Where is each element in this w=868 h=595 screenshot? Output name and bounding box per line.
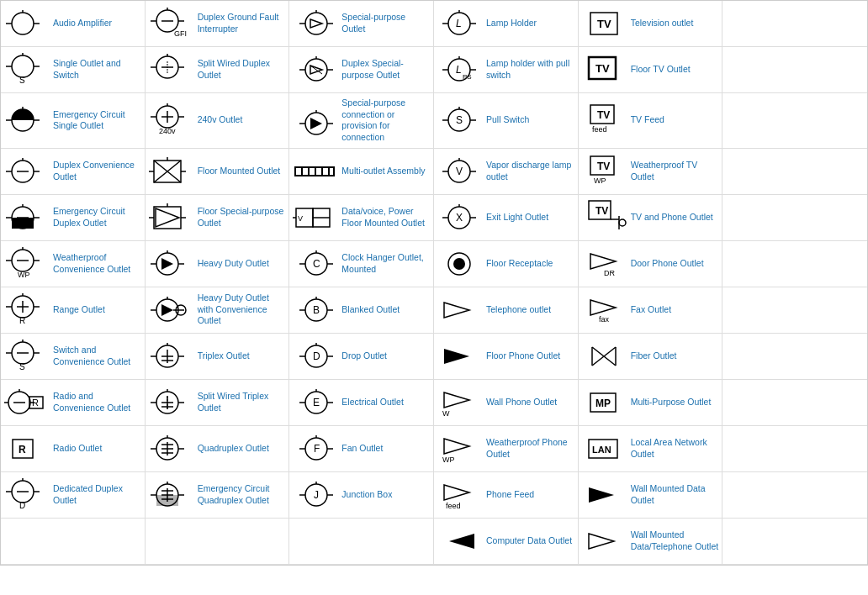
cell-quadruplex: Quadruplex Outlet [146,426,290,472]
symbol-vapor-discharge: V [437,153,481,190]
label-weatherproof-convenience: Weatherproof Convenience Outlet [53,252,141,275]
svg-marker-162 [444,303,469,318]
label-lan-outlet: Local Area Network Outlet [631,437,719,460]
svg-text:TV: TV [597,18,611,30]
label-door-phone: Door Phone Outlet [631,258,704,270]
label-floor-receptacle: Floor Receptacle [486,258,553,270]
symbol-split-wired-triplex [149,384,193,421]
symbol-computer-data [437,523,481,560]
label-duplex-convenience: Duplex Convenience Outlet [53,160,141,182]
cell-blank4 [722,149,867,195]
cell-computer-data: Computer Data Outlet [434,519,579,565]
label-blanked-outlet: Blanked Outlet [341,304,400,316]
symbol-heavy-duty [149,245,193,282]
label-special-connection: Special-purpose connection or provision … [341,97,430,144]
svg-text:fax: fax [599,315,610,324]
cell-wall-mounted-data-telephone: Wall Mounted Data/Telephone Outlet [579,519,723,565]
symbol-weatherproof-convenience: WP [4,245,48,282]
label-weatherproof-tv: Weatherproof TV Outlet [631,160,719,182]
svg-text:B: B [313,304,320,316]
cell-single-outlet-switch: S Single Outlet and Switch [1,47,146,93]
label-exit-light: Exit Light Outlet [486,212,548,224]
label-floor-special-purpose: Floor Special-purpose Outlet [198,206,286,229]
label-lamp-holder-pull: Lamp holder with pull switch [486,58,574,81]
svg-marker-208 [444,392,469,408]
symbol-electrical-outlet: E [293,384,336,421]
cell-pull-switch: S Pull Switch [434,93,579,149]
cell-data-voice-power: V Data/voice, Power Floor Mounted Outlet [289,195,434,241]
cell-emergency-duplex: Emergency Circuit Duplex Outlet [1,195,146,241]
cell-blank-r12-6 [722,519,867,565]
symbol-wall-phone: W [437,384,481,421]
symbol-drop-outlet: D [293,338,336,375]
symbol-emergency-single [4,102,48,139]
svg-rect-83 [296,168,301,175]
symbol-fax-outlet: fax [582,292,626,329]
cell-blank1 [722,1,867,47]
label-split-wired-triplex: Split Wired Triplex Outlet [198,391,286,413]
svg-text:V: V [298,214,303,223]
cell-blank5 [722,195,867,241]
svg-rect-98 [12,218,34,229]
symbol-quadruplex [149,430,193,467]
symbol-switch-convenience: S [4,338,48,375]
label-single-outlet-switch: Single Outlet and Switch [53,58,141,81]
cell-special-purpose: Special-purpose Outlet [289,1,434,47]
svg-text:F: F [314,443,320,455]
cell-floor-phone: Floor Phone Outlet [434,334,579,380]
cell-weatherproof-convenience: WP Weatherproof Convenience Outlet [1,241,146,287]
svg-marker-154 [161,304,173,316]
svg-rect-85 [310,168,315,175]
svg-text:X: X [456,212,463,224]
cell-emergency-single: Emergency Circuit Single Outlet [1,93,146,149]
cell-blank2 [722,47,867,93]
cell-blank11 [722,472,867,519]
label-wall-mounted-data-telephone: Wall Mounted Data/Telephone Outlet [631,529,719,552]
cell-junction-box: J Junction Box [289,472,434,519]
symbol-multi-outlet-assembly [293,153,336,190]
symbol-junction-box: J [293,477,336,513]
symbol-floor-tv: TV [582,51,626,88]
label-pull-switch: Pull Switch [486,114,529,126]
symbol-duplex-special-purpose [293,51,336,88]
label-dedicated-duplex: Dedicated Duplex Outlet [53,483,141,506]
legend-grid: Audio Amplifier GFI Duplex Ground Fault … [0,0,868,566]
cell-heavy-duty: Heavy Duty Outlet [146,241,290,287]
svg-marker-251 [444,485,469,500]
symbol-fiber-outlet [582,338,626,375]
label-audio-amplifier: Audio Amplifier [53,18,112,29]
cell-wall-mounted-data: Wall Mounted Data Outlet [579,472,723,519]
label-weatherproof-phone: Weatherproof Phone Outlet [486,437,574,460]
cell-weatherproof-phone: WP Weatherproof Phone Outlet [434,426,579,472]
cell-lan-outlet: LAN Local Area Network Outlet [579,426,723,472]
symbol-emergency-duplex [4,199,48,236]
symbol-lamp-holder-pull: L PS [437,51,481,88]
symbol-wall-mounted-data [582,477,626,513]
cell-blank9 [722,380,867,426]
cell-vapor-discharge: V Vapor discharge lamp outlet [434,149,579,195]
cell-weatherproof-tv: TV WP Weatherproof TV Outlet [579,149,723,195]
cell-fan-outlet: F Fan Outlet [289,426,434,472]
cell-blank-r12-1 [1,519,146,565]
svg-text:GFI: GFI [174,29,187,38]
svg-text:R: R [19,316,25,325]
label-240v: 240v Outlet [198,114,243,126]
svg-marker-254 [449,534,474,549]
label-special-purpose: Special-purpose Outlet [341,12,430,34]
label-radio-outlet: Radio Outlet [53,443,102,455]
cell-blank6b [722,241,867,287]
symbol-radio-convenience: R [4,384,48,421]
svg-point-122 [619,219,626,226]
symbol-phone-feed: feed [437,477,481,513]
symbol-exit-light: X [437,199,481,236]
svg-text:TV: TV [597,109,610,121]
symbol-tv-feed: TV feed [582,102,626,139]
svg-rect-88 [330,168,333,175]
svg-text:PS: PS [463,73,472,81]
symbol-triplex-outlet [149,338,193,375]
cell-split-wired-triplex: Split Wired Triplex Outlet [146,380,290,426]
svg-marker-141 [590,254,616,269]
svg-text:feed: feed [446,502,461,510]
cell-blank7 [722,287,867,334]
symbol-special-purpose [293,5,336,42]
